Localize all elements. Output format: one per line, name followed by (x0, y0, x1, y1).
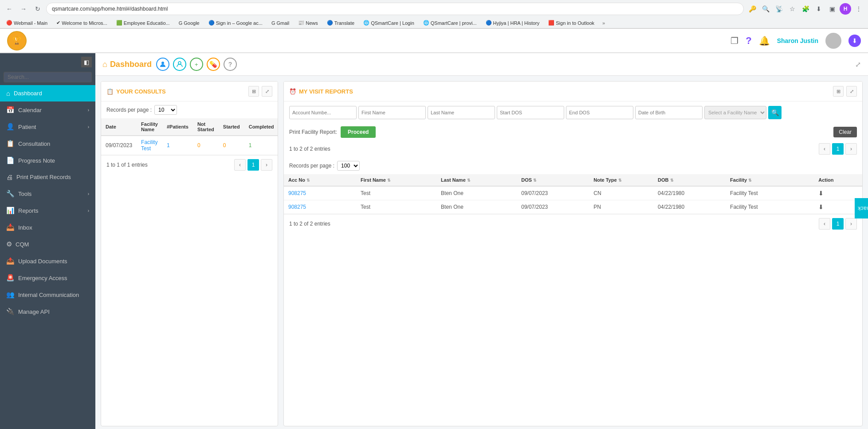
green-icon-btn[interactable]: + (190, 58, 203, 71)
sidebar-item-reports[interactable]: 📊 Reports › (0, 202, 95, 219)
consults-records-select[interactable]: 10 25 50 100 (154, 105, 177, 115)
sidebar-toggle[interactable]: ◧ (81, 57, 92, 67)
help-icon[interactable]: ? (746, 35, 751, 47)
download-action-icon-1[interactable]: ⬇ (818, 190, 824, 197)
address-bar[interactable] (46, 3, 744, 15)
page-1-btn[interactable]: 1 (247, 159, 259, 171)
sidebar-item-upload-documents[interactable]: 📤 Upload Documents (0, 253, 95, 269)
bookmark-gmail[interactable]: G Gmail (269, 20, 292, 27)
sidebar: ◧ ⌂ Dashboard 📅 Calendar › 👤 Patient › 📋… (0, 53, 95, 429)
bookmark-google[interactable]: G Google (176, 20, 202, 27)
visit-prev-page-btn[interactable]: ‹ (819, 143, 830, 155)
consults-expand-btn[interactable]: ⤢ (262, 86, 272, 97)
user-name[interactable]: Sharon Justin (777, 37, 818, 44)
download-icon[interactable]: ⬇ (813, 3, 825, 15)
facility-link[interactable]: Facility Test (141, 139, 157, 152)
more-bookmarks[interactable]: » (602, 20, 605, 26)
sidebar-item-patient[interactable]: 👤 Patient › (0, 118, 95, 135)
copy-icon[interactable]: ❐ (731, 35, 738, 46)
date-of-birth-input[interactable] (635, 106, 703, 119)
bookmark-signin-google[interactable]: 🔵 Sign in – Google ac... (206, 19, 265, 27)
acc-no-link-2[interactable]: 908275 (288, 204, 306, 210)
bell-icon[interactable]: 🔔 (759, 35, 770, 46)
bookmark-news[interactable]: 📰 News (295, 19, 321, 27)
sidebar-item-dashboard[interactable]: ⌂ Dashboard (0, 85, 95, 101)
expand-button[interactable]: ⤢ (855, 60, 861, 69)
menu-icon[interactable]: ⋮ (853, 3, 864, 15)
visit-bottom-page-1-btn[interactable]: 1 (832, 218, 844, 230)
prev-page-btn[interactable]: ‹ (234, 159, 246, 171)
password-icon[interactable]: 🔑 (746, 3, 758, 15)
cast-icon[interactable]: 📡 (773, 3, 785, 15)
start-dos-input[interactable] (497, 106, 564, 119)
sidebar-item-internal-communication[interactable]: 👥 Internal Communication (0, 286, 95, 303)
profile-circle[interactable]: H (840, 3, 851, 15)
bookmark-qsmartcare-provi[interactable]: 🌐 QSmartCare | provi... (420, 19, 479, 27)
bookmark-hyjiya[interactable]: 🔵 Hyjiya | HRA | History (483, 19, 542, 27)
patient-icon: 👤 (6, 123, 15, 131)
sidebar-item-consultation[interactable]: 📋 Consultation (0, 135, 95, 152)
bookmark-star-icon[interactable]: ☆ (786, 3, 798, 15)
sidebar-item-cqm[interactable]: ⚙ CQM (0, 236, 95, 253)
consults-table-head: Date Facility Name #Patients Not Started… (101, 118, 278, 136)
sidebar-item-emergency-access[interactable]: 🚨 Emergency Access (0, 269, 95, 286)
last-name-input[interactable] (428, 106, 495, 119)
zoom-icon[interactable]: 🔍 (760, 3, 771, 15)
download-btn[interactable]: ⬇ (848, 35, 861, 47)
facility-select[interactable]: Select a Facility Name (704, 106, 766, 119)
split-icon[interactable]: ▣ (826, 3, 838, 15)
sidebar-label-manage-api: Manage API (18, 308, 89, 315)
feedback-tab[interactable]: Feedback (855, 198, 868, 218)
sidebar-label-tools: Tools (18, 191, 84, 197)
consults-table-view-btn[interactable]: ⊞ (248, 86, 259, 97)
visit-next-page-btn[interactable]: › (845, 143, 857, 155)
end-dos-input[interactable] (566, 106, 633, 119)
app-layout: ◧ ⌂ Dashboard 📅 Calendar › 👤 Patient › 📋… (0, 53, 868, 429)
sidebar-item-calendar[interactable]: 📅 Calendar › (0, 101, 95, 118)
visit-page-1-btn[interactable]: 1 (832, 143, 844, 155)
bookmark-microsft[interactable]: ✔ Welcome to Micros... (54, 19, 110, 27)
acc-no-link-1[interactable]: 908275 (288, 190, 306, 196)
cell-acc-no-1: 908275 (284, 186, 356, 200)
search-button[interactable]: 🔍 (768, 106, 782, 119)
next-page-btn[interactable]: › (261, 159, 272, 171)
google-icon: G (179, 20, 183, 26)
visit-table-view-btn[interactable]: ⊞ (833, 86, 844, 97)
back-button[interactable]: ← (4, 3, 15, 15)
visit-bottom-next-btn[interactable]: › (845, 218, 857, 230)
bookmark-outlook[interactable]: 🟥 Sign in to Outlook (546, 19, 597, 27)
cell-started: 0 (219, 136, 244, 155)
visit-bottom-prev-btn[interactable]: ‹ (819, 218, 830, 230)
col-date: Date (101, 118, 137, 136)
sidebar-item-manage-api[interactable]: 🔌 Manage API (0, 303, 95, 320)
patients-icon-btn[interactable] (156, 58, 169, 71)
extensions-icon[interactable]: 🧩 (800, 3, 811, 15)
cell-first-name-2: Test (356, 200, 436, 214)
bookmark-translate[interactable]: 🔵 Translate (324, 19, 357, 27)
bookmark-qsmartcare-login[interactable]: 🌐 QSmartCare | Login (361, 19, 417, 27)
visit-records-select[interactable]: 100 10 25 50 (337, 161, 360, 171)
download-action-icon-2[interactable]: ⬇ (818, 203, 824, 211)
sidebar-item-inbox[interactable]: 📥 Inbox (0, 219, 95, 236)
gray-help-btn[interactable]: ? (224, 58, 237, 71)
profile-icon-btn[interactable] (173, 58, 186, 71)
browser-chrome: ← → ↻ 🔑 🔍 📡 ☆ 🧩 ⬇ ▣ H ⋮ 🔴 Webmail - Main… (0, 0, 868, 29)
forward-button[interactable]: → (18, 3, 29, 15)
first-name-input[interactable] (358, 106, 426, 119)
proceed-button[interactable]: Proceed (341, 126, 376, 138)
sidebar-label-inbox: Inbox (18, 224, 89, 231)
sidebar-item-tools[interactable]: 🔧 Tools › (0, 185, 95, 202)
sidebar-search-input[interactable] (4, 72, 92, 82)
hyjiya-icon: 🔵 (486, 20, 492, 26)
visit-reports-header: ⏰ MY VISIT REPORTS ⊞ ⤢ (284, 82, 862, 101)
sidebar-item-print-patient-records[interactable]: 🖨 Print Patient Records (0, 169, 95, 185)
orange-icon-btn[interactable]: 💊 (207, 58, 220, 71)
clear-button[interactable]: Clear (833, 127, 857, 137)
account-number-input[interactable] (289, 106, 357, 119)
sidebar-item-progress-note[interactable]: 📄 Progress Note (0, 152, 95, 169)
bookmark-employee[interactable]: 🟩 Employee Educatio... (114, 19, 173, 27)
visit-expand-btn[interactable]: ⤢ (846, 86, 857, 97)
reload-button[interactable]: ↻ (32, 3, 43, 15)
table-row: 908275 Test Bten One 09/07/2023 PN 04/22… (284, 200, 862, 214)
bookmark-webmail[interactable]: 🔴 Webmail - Main (4, 19, 50, 27)
